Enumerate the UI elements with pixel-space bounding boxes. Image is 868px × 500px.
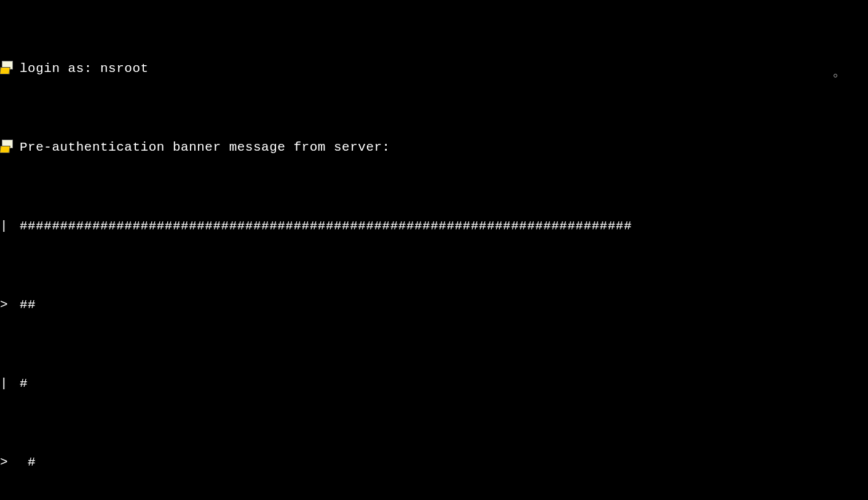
preauth-banner-header: Pre-authentication banner message from s… (20, 138, 390, 157)
terminal-line: login as: nsroot (0, 59, 868, 79)
terminal-window[interactable]: login as: nsroot Pre-authentication bann… (0, 0, 868, 500)
terminal-line: Pre-authentication banner message from s… (0, 138, 868, 157)
login-prompt: login as: nsroot (20, 59, 149, 79)
banner-line: # (20, 374, 28, 394)
banner-line: # (20, 453, 36, 472)
terminal-line: > ## (0, 295, 868, 315)
putty-icon (0, 61, 14, 74)
gt-prefix: > (0, 295, 16, 315)
terminal-line: > # (0, 453, 868, 472)
pipe-prefix: | (0, 374, 16, 394)
gt-prefix: > (0, 453, 16, 472)
terminal-line: | ######################################… (0, 216, 868, 236)
banner-hash-line: ########################################… (20, 216, 632, 236)
banner-hash-line: ## (20, 295, 36, 315)
putty-icon (0, 140, 14, 153)
cursor-indicator-icon (834, 74, 837, 77)
pipe-prefix: | (0, 216, 16, 236)
terminal-line: | # (0, 374, 868, 394)
